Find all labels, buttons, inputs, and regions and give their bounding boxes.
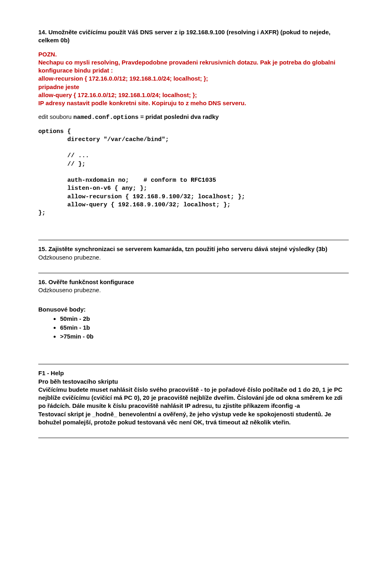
list-item: >75min - 0b — [60, 332, 349, 341]
pozn-label: POZN. — [38, 51, 57, 58]
q14-title: 14. Umožněte cvičícímu použít Váš DNS se… — [38, 28, 349, 45]
help-l1: Pro běh testovacího skriptu — [38, 378, 349, 386]
edit-prefix: edit souboru — [38, 113, 73, 120]
cfg2: allow-query { 172.16.0.0/12; 192.168.1.0… — [38, 91, 349, 99]
list-item: 50min - 2b — [60, 315, 349, 323]
help-l2: Cvičícímu budete muset nahlásit číslo sv… — [38, 386, 349, 410]
bonus-list: 50min - 2b 65min - 1b >75min - 0b — [38, 315, 349, 341]
edit-file: named.conf.options — [73, 114, 139, 121]
cfg1: allow-recursion { 172.16.0.0/12; 192.168… — [38, 75, 349, 83]
cfg-after: IP adresy nastavit podle konkretni site.… — [38, 99, 349, 107]
q15-title: 15. Zajistěte synchronizaci se serverem … — [38, 245, 349, 253]
edit-line: edit souboru named.conf.options = pridat… — [38, 113, 349, 122]
options-code-block: options { directory "/var/cache/bind"; /… — [38, 128, 349, 218]
help-title: F1 - Help — [38, 369, 349, 377]
cfg-between: pripadne jeste — [38, 83, 349, 91]
divider — [38, 364, 349, 364]
divider — [38, 273, 349, 273]
help-l3: Testovací skript je _hodně_ benevolentní… — [38, 410, 349, 427]
pozn-body: Nechapu co mysli resolving, Pravdepodobn… — [38, 58, 349, 75]
edit-suffix: = pridat posledni dva radky — [139, 113, 219, 120]
q16-title: 16. Ověřte funkčnost konfigurace — [38, 278, 349, 286]
q15-body: Odzkouseno prubezne. — [38, 253, 349, 262]
divider — [38, 240, 349, 240]
q16-body: Odzkouseno prubezne. — [38, 286, 349, 294]
list-item: 65min - 1b — [60, 324, 349, 332]
bonus-title: Bonusové body: — [38, 305, 349, 314]
divider — [38, 438, 349, 438]
